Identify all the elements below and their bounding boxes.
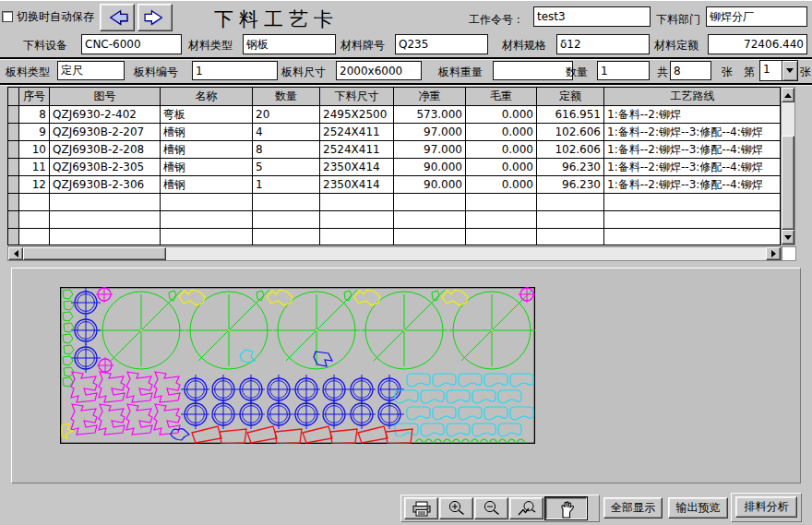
hscroll-thumb[interactable] — [23, 247, 166, 260]
row-selector[interactable] — [8, 229, 19, 245]
cell[interactable] — [161, 229, 253, 245]
cell[interactable] — [394, 229, 466, 245]
cell[interactable]: 90.000 — [394, 159, 466, 176]
cell[interactable] — [537, 211, 604, 229]
cell[interactable]: 96.230 — [537, 176, 604, 194]
parts-table[interactable]: 序号图号名称数量下料尺寸净重毛重定额工艺路线8QZJ6930-2-402弯板20… — [7, 87, 781, 245]
cell[interactable]: 槽钢 — [161, 176, 253, 194]
scroll-left-button[interactable] — [8, 247, 23, 260]
cell[interactable]: QZJ6930B-2-207 — [50, 124, 161, 141]
cell[interactable] — [320, 211, 394, 229]
table-row[interactable]: 10QZJ6930B-2-208槽钢82524X41197.0000.00010… — [8, 141, 780, 159]
material-spec-input[interactable] — [556, 34, 650, 54]
sheet-total-input[interactable] — [670, 61, 711, 80]
material-quota-input[interactable] — [708, 34, 807, 54]
cell[interactable]: 8 — [19, 106, 50, 124]
cell[interactable]: 20 — [253, 106, 320, 124]
cell[interactable]: 97.000 — [394, 124, 466, 141]
table-row[interactable] — [8, 194, 780, 211]
table-hscrollbar[interactable] — [7, 246, 782, 261]
table-row[interactable]: 11QZJ6930B-2-305槽钢52350X41490.0000.00096… — [8, 159, 780, 176]
row-selector[interactable] — [8, 124, 19, 141]
cell[interactable]: 弯板 — [161, 106, 253, 124]
material-type-input[interactable] — [243, 34, 336, 54]
cell[interactable]: 96.230 — [537, 159, 604, 176]
table-row[interactable]: 12QZJ6930B-2-306槽钢12350X41490.0000.00096… — [8, 176, 780, 194]
cell[interactable]: 2495X2500 — [320, 106, 394, 124]
cell[interactable] — [50, 229, 161, 245]
table-row[interactable] — [8, 229, 780, 245]
cell[interactable] — [50, 194, 161, 211]
cell[interactable]: 1:备料--2:铆焊--3:修配--4:铆焊 — [604, 159, 781, 176]
zoom-out-button[interactable] — [474, 497, 508, 519]
cell[interactable] — [394, 211, 466, 229]
cell[interactable]: 1:备料--2:铆焊--3:修配--4:铆焊 — [604, 141, 781, 159]
table-row[interactable]: 8QZJ6930-2-402弯板202495X2500573.0000.0006… — [8, 106, 780, 124]
prev-record-button[interactable] — [100, 4, 135, 31]
cell[interactable] — [394, 194, 466, 211]
cell[interactable] — [320, 194, 394, 211]
chevron-down-icon[interactable] — [782, 61, 797, 80]
cell[interactable]: 0.000 — [466, 176, 537, 194]
nesting-analysis-button[interactable]: 排料分析 — [735, 496, 797, 518]
current-sheet-combo[interactable]: 1 — [759, 60, 798, 81]
sheet-weight-input[interactable] — [493, 61, 573, 80]
sheet-type-input[interactable] — [57, 61, 125, 80]
cell[interactable] — [604, 229, 781, 245]
cell[interactable] — [161, 194, 253, 211]
row-selector[interactable] — [8, 141, 19, 159]
cell[interactable]: 102.606 — [537, 124, 604, 141]
cell[interactable]: 9 — [19, 124, 50, 141]
row-selector[interactable] — [8, 106, 19, 124]
cell[interactable]: QZJ6930B-2-306 — [50, 176, 161, 194]
output-preview-button[interactable]: 输出预览 — [668, 497, 728, 519]
table-vscrollbar[interactable] — [781, 87, 795, 245]
cell[interactable] — [19, 229, 50, 245]
cell[interactable]: 10 — [19, 141, 50, 159]
cell[interactable]: 8 — [253, 141, 320, 159]
row-selector[interactable] — [8, 211, 19, 229]
row-selector[interactable] — [8, 159, 19, 176]
next-record-button[interactable] — [137, 4, 173, 31]
cell[interactable] — [19, 194, 50, 211]
cell[interactable]: 0.000 — [466, 141, 537, 159]
sheet-qty-input[interactable] — [597, 61, 650, 80]
work-order-input[interactable] — [533, 6, 651, 27]
cell[interactable]: 1 — [253, 176, 320, 194]
scroll-up-button[interactable] — [782, 88, 794, 102]
cell[interactable]: 槽钢 — [161, 141, 253, 159]
cell[interactable]: QZJ6930-2-402 — [50, 106, 161, 124]
cell[interactable] — [604, 194, 781, 211]
table-row[interactable] — [8, 211, 780, 229]
pan-button[interactable] — [545, 497, 587, 519]
device-input[interactable] — [81, 34, 182, 54]
cell[interactable] — [604, 211, 781, 229]
cell[interactable]: 0.000 — [466, 124, 537, 141]
cell[interactable]: 2524X411 — [320, 124, 394, 141]
cell[interactable]: 槽钢 — [161, 159, 253, 176]
autosave-checkbox[interactable] — [2, 11, 13, 22]
cell[interactable] — [466, 194, 537, 211]
cell[interactable] — [537, 194, 604, 211]
cell[interactable]: QZJ6930B-2-208 — [50, 141, 161, 159]
scroll-down-button[interactable] — [782, 230, 794, 245]
cell[interactable]: 槽钢 — [161, 124, 253, 141]
cell[interactable] — [253, 229, 320, 245]
print-button[interactable] — [404, 497, 438, 519]
scroll-right-button[interactable] — [766, 247, 781, 260]
cell[interactable] — [466, 229, 537, 245]
nesting-preview-canvas[interactable] — [60, 287, 535, 444]
cell[interactable] — [320, 229, 394, 245]
show-all-button[interactable]: 全部显示 — [603, 497, 663, 519]
cell[interactable]: 616.951 — [537, 106, 604, 124]
sheet-no-input[interactable] — [192, 61, 278, 80]
cell[interactable]: 0.000 — [466, 106, 537, 124]
vscroll-thumb[interactable] — [782, 136, 794, 230]
cell[interactable] — [19, 211, 50, 229]
department-input[interactable] — [706, 6, 807, 27]
cell[interactable] — [537, 229, 604, 245]
zoom-window-button[interactable] — [509, 497, 543, 519]
cell[interactable]: 5 — [253, 159, 320, 176]
cell[interactable] — [253, 194, 320, 211]
cell[interactable] — [466, 211, 537, 229]
